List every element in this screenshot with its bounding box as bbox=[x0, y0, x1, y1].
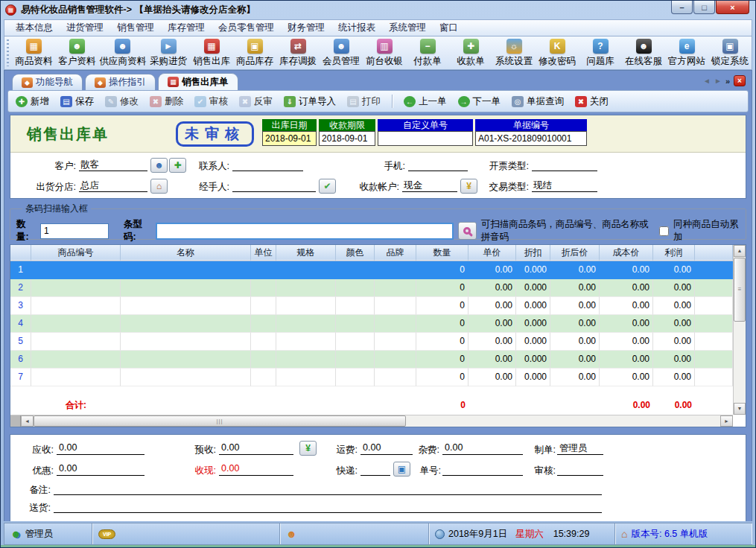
cell[interactable]: 0.00 bbox=[653, 261, 695, 279]
cell[interactable] bbox=[276, 351, 336, 369]
toolbar-member-mgmt[interactable]: ☻会员管理 bbox=[320, 37, 363, 69]
head-col-value[interactable] bbox=[378, 131, 473, 146]
cell[interactable]: 0.00 bbox=[468, 369, 516, 386]
next-bill-button[interactable]: →下一单 bbox=[458, 95, 501, 108]
save-button[interactable]: ▤保存 bbox=[60, 95, 94, 108]
cell[interactable] bbox=[121, 351, 251, 369]
cell[interactable]: 5 bbox=[10, 333, 31, 351]
toolbar-grip[interactable] bbox=[7, 39, 9, 66]
invoice-type-field[interactable] bbox=[532, 159, 597, 171]
cell[interactable]: 0.00 bbox=[600, 369, 653, 386]
pick-handler-button[interactable]: ✔ bbox=[319, 179, 336, 194]
cell[interactable]: 0.00 bbox=[600, 279, 653, 297]
minimize-button[interactable]: – bbox=[671, 1, 693, 14]
close-bill-button[interactable]: ✖关闭 bbox=[575, 95, 609, 108]
cell[interactable] bbox=[276, 279, 336, 297]
prepaid-field[interactable]: 0.00 bbox=[219, 442, 293, 455]
table-row-2[interactable]: 200.000.0000.000.000.00 bbox=[10, 279, 733, 297]
cell[interactable]: 4 bbox=[10, 315, 31, 333]
menu-item-8[interactable]: 窗口 bbox=[433, 20, 465, 36]
cell[interactable] bbox=[695, 351, 733, 369]
cell[interactable] bbox=[251, 369, 276, 386]
toolbar-sales-out[interactable]: ▦销售出库 bbox=[190, 37, 233, 69]
tab-scroll-left-icon[interactable]: ◄ bbox=[703, 77, 711, 85]
tab-close-button[interactable]: × bbox=[734, 75, 746, 86]
tab-more-icon[interactable]: » bbox=[725, 77, 730, 86]
cell[interactable]: 0.00 bbox=[550, 315, 600, 333]
col-header-4[interactable]: 规格 bbox=[276, 245, 336, 261]
toolbar-goods-stock[interactable]: ▣商品库存 bbox=[233, 37, 276, 69]
cell[interactable]: 0 bbox=[416, 333, 468, 351]
cell[interactable]: 2 bbox=[10, 279, 31, 297]
cell[interactable] bbox=[121, 261, 251, 279]
toolbar-change-password[interactable]: K修改密码 bbox=[536, 37, 579, 69]
head-col-value[interactable]: 2018-09-01 bbox=[262, 131, 317, 146]
cell[interactable] bbox=[31, 333, 121, 351]
pick-branch-button[interactable]: ⌂ bbox=[150, 179, 168, 194]
menu-item-0[interactable]: 基本信息 bbox=[9, 20, 60, 36]
scroll-down-icon[interactable]: ▼ bbox=[734, 403, 746, 415]
toolbar-official-website[interactable]: e官方网站 bbox=[665, 37, 708, 69]
express-pick-button[interactable]: ▣ bbox=[393, 462, 410, 477]
cell[interactable] bbox=[31, 369, 121, 386]
cash-field[interactable]: 0.00 bbox=[219, 463, 293, 476]
toolbar-system-settings[interactable]: ☼系统设置 bbox=[492, 37, 536, 69]
cell[interactable] bbox=[276, 369, 336, 386]
toolbar-question-bank[interactable]: ?问题库 bbox=[579, 37, 622, 69]
toolbar-lock-system[interactable]: ▣锁定系统 bbox=[708, 37, 752, 69]
cell[interactable]: 3 bbox=[10, 297, 31, 315]
receivable-field[interactable]: 0.00 bbox=[57, 442, 144, 455]
cell[interactable] bbox=[276, 333, 336, 351]
toolbar-stock-transfer[interactable]: ⇄库存调拨 bbox=[276, 37, 320, 69]
cell[interactable] bbox=[276, 315, 336, 333]
cell[interactable]: 0.00 bbox=[550, 369, 600, 386]
close-button[interactable]: × bbox=[716, 1, 749, 14]
toolbar-pos-cashier[interactable]: ▥前台收银 bbox=[363, 37, 406, 69]
new-button[interactable]: ✚新增 bbox=[16, 95, 49, 108]
cell[interactable] bbox=[695, 315, 733, 333]
cell[interactable]: 0.00 bbox=[468, 279, 516, 297]
table-row-1[interactable]: 100.000.0000.000.000.00 bbox=[10, 261, 733, 279]
menu-item-4[interactable]: 会员零售管理 bbox=[212, 20, 281, 36]
tab-scroll-right-icon[interactable]: ► bbox=[714, 77, 722, 85]
menu-item-6[interactable]: 统计报表 bbox=[331, 20, 382, 36]
cell[interactable]: 0.00 bbox=[550, 333, 600, 351]
toolbar-receipt-bill[interactable]: ✚收款单 bbox=[449, 37, 492, 69]
cell[interactable] bbox=[31, 279, 121, 297]
query-bill-button[interactable]: ◎单据查询 bbox=[512, 95, 564, 108]
cell[interactable] bbox=[375, 351, 416, 369]
cell[interactable]: 0.00 bbox=[600, 261, 653, 279]
pick-customer-button[interactable]: ☻ bbox=[150, 158, 168, 173]
cell[interactable] bbox=[336, 315, 375, 333]
horizontal-scrollbar[interactable]: ◄ ||| ► bbox=[10, 415, 733, 427]
col-header-12[interactable]: 利润 bbox=[653, 245, 695, 261]
cell[interactable]: 0.00 bbox=[468, 315, 516, 333]
cell[interactable] bbox=[276, 261, 336, 279]
trade-type-field[interactable]: 现结 bbox=[532, 179, 597, 192]
col-header-8[interactable]: 单价 bbox=[468, 245, 516, 261]
cell[interactable]: 0.000 bbox=[516, 297, 550, 315]
prev-bill-button[interactable]: ←上一单 bbox=[404, 95, 447, 108]
cell[interactable]: 1 bbox=[10, 261, 31, 279]
table-row-6[interactable]: 600.000.0000.000.000.00 bbox=[10, 351, 733, 369]
tab-function-nav[interactable]: ◆功能导航 bbox=[12, 74, 83, 90]
discount-field[interactable]: 0.00 bbox=[57, 463, 144, 476]
cell[interactable] bbox=[695, 369, 733, 386]
cell[interactable]: 0.00 bbox=[550, 261, 600, 279]
maximize-button[interactable]: □ bbox=[693, 1, 715, 14]
menu-item-1[interactable]: 进货管理 bbox=[60, 20, 110, 36]
cell[interactable] bbox=[31, 351, 121, 369]
head-col-value[interactable]: A01-XS-201809010001 bbox=[475, 131, 587, 146]
remark-field[interactable] bbox=[54, 482, 602, 495]
cell[interactable] bbox=[336, 261, 375, 279]
vertical-scroll-thumb[interactable]: ≡ bbox=[734, 258, 746, 322]
menu-item-7[interactable]: 系统管理 bbox=[382, 20, 433, 36]
cell[interactable]: 0.000 bbox=[516, 369, 550, 386]
cell[interactable]: 6 bbox=[10, 351, 31, 369]
col-header-9[interactable]: 折扣 bbox=[516, 245, 550, 261]
cell[interactable]: 0 bbox=[416, 315, 468, 333]
cell[interactable]: 0.00 bbox=[550, 297, 600, 315]
accumulate-checkbox[interactable] bbox=[659, 226, 669, 236]
misc-field[interactable]: 0.00 bbox=[442, 442, 523, 455]
import-order-button[interactable]: ⇓订单导入 bbox=[284, 95, 336, 108]
